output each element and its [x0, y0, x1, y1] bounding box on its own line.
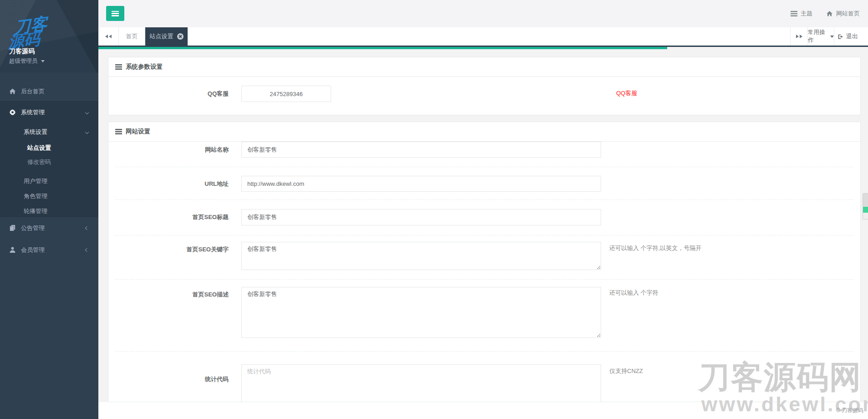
sidebar-role-label: 超级管理员 [9, 57, 38, 65]
seo-keywords-help: 还可以输入 个字符,以英文，号隔开 [609, 244, 701, 252]
main-area: 主题 网站首页 首页 站点设置 常用操作 退出 [98, 0, 868, 419]
panel-title: 网站设置 [126, 128, 150, 136]
tab-label: 首页 [126, 32, 138, 41]
dashed-divider [115, 351, 853, 352]
sidebar-item-label: 修改密码 [27, 158, 51, 166]
seo-title-label: 首页SEO标题 [108, 209, 229, 225]
seo-description-label: 首页SEO描述 [108, 291, 229, 299]
panel-title: 系统参数设置 [126, 63, 163, 71]
qq-service-help-red: QQ客服 [616, 89, 637, 97]
copyright-text: © 刀客源码 [836, 407, 863, 414]
sidebar-item-role-management[interactable]: 角色管理 [0, 189, 98, 204]
sidebar-item-site-settings-active[interactable]: 站点设置 [0, 141, 98, 155]
seo-keywords-textarea[interactable]: 创客新零售 [241, 242, 601, 270]
url-input[interactable] [241, 176, 601, 192]
floating-widget-green [863, 207, 868, 213]
sidebar-item-label: 会员管理 [21, 246, 45, 254]
dashed-divider [115, 199, 853, 200]
sidebar-toggle-button[interactable] [106, 6, 124, 21]
site-name-label: 网站名称 [108, 142, 229, 158]
tab-label: 站点设置 [150, 32, 174, 41]
sidebar-item-user-management[interactable]: 用户管理 [0, 174, 98, 189]
floating-widget[interactable] [863, 193, 868, 220]
chevron-left-icon [85, 248, 89, 252]
qq-service-label: QQ客服 [108, 86, 229, 102]
copy-icon [9, 225, 16, 232]
dashed-divider [115, 279, 853, 280]
common-actions-label: 常用操作 [808, 29, 827, 44]
sidebar-item-label: 系统管理 [21, 108, 45, 117]
stats-code-help: 仅支持CNZZ [609, 367, 643, 375]
sidebar-role-dropdown[interactable]: 超级管理员 [9, 57, 45, 65]
top-header: 主题 网站首页 [98, 0, 868, 27]
tab-home[interactable]: 首页 [119, 27, 145, 46]
panel-system-params: 系统参数设置 QQ客服 QQ客服 [108, 57, 861, 115]
chevron-down-icon [85, 130, 89, 134]
home-icon [826, 10, 833, 17]
home-icon [9, 88, 16, 95]
panel-header: 网站设置 [108, 122, 860, 142]
sidebar-header: 刀客 源码 刀客源码 超级管理员 [0, 0, 98, 73]
sidebar-item-member-management[interactable]: 会员管理 [0, 239, 98, 261]
qq-service-input[interactable] [241, 86, 331, 102]
section-bars-icon [115, 129, 122, 134]
stats-code-textarea[interactable] [241, 364, 601, 402]
floating-widget-bottom [863, 213, 868, 220]
section-bars-icon [115, 64, 122, 70]
sidebar-item-label: 后台首页 [21, 87, 45, 96]
tabs-scroll-right-button[interactable] [790, 27, 807, 46]
sidebar-item-label: 用户管理 [24, 177, 47, 185]
sidebar-item-dashboard[interactable]: 后台首页 [0, 82, 98, 101]
theme-link[interactable]: 主题 [791, 10, 812, 18]
sidebar-item-system-management[interactable]: 系统管理 [0, 102, 98, 123]
tabs-scroll-left-button[interactable] [98, 27, 119, 46]
sidebar-item-change-password[interactable]: 修改密码 [0, 155, 98, 169]
list-bars-icon [791, 11, 797, 16]
theme-label: 主题 [801, 10, 812, 18]
site-home-label: 网站首页 [836, 10, 860, 18]
sidebar-item-carousel-management[interactable]: 轮播管理 [0, 204, 98, 219]
close-tab-icon[interactable] [177, 33, 184, 40]
dashed-divider [115, 167, 853, 167]
sidebar-item-label: 公告管理 [21, 224, 45, 232]
sidebar-item-label: 轮播管理 [24, 207, 47, 215]
sidebar-expanded-section: 系统管理 系统设置 站点设置 修改密码 用户管理 角色管理 轮播管理 [0, 101, 98, 217]
chevron-left-icon [85, 226, 89, 230]
common-actions-dropdown[interactable]: 常用操作 [807, 27, 834, 46]
site-name-input[interactable] [241, 142, 601, 158]
double-left-arrow-icon [105, 35, 112, 38]
caret-down-icon [830, 36, 834, 38]
sidebar-item-notice-management[interactable]: 公告管理 [0, 217, 98, 239]
logout-icon [837, 34, 843, 40]
seo-description-help: 还可以输入 个字符 [609, 289, 659, 297]
logout-label: 退出 [846, 32, 858, 41]
gear-icon [9, 109, 16, 116]
active-indicator-line [98, 47, 667, 49]
dashed-divider [115, 235, 853, 235]
user-icon [9, 246, 16, 254]
sidebar: 刀客 源码 刀客源码 超级管理员 后台首页 系统管理 系统设置 站点设置 修 [0, 0, 98, 419]
panel-header: 系统参数设置 [108, 57, 860, 77]
seo-keywords-label: 首页SEO关键字 [108, 245, 229, 254]
stats-code-label: 统计代码 [108, 375, 229, 383]
header-links: 主题 网站首页 [791, 0, 860, 27]
floating-widget-top [863, 194, 868, 207]
sidebar-item-system-settings[interactable]: 系统设置 [0, 123, 98, 141]
url-label: URL地址 [108, 176, 229, 192]
tab-bar: 首页 站点设置 常用操作 退出 [98, 27, 868, 46]
chevron-down-icon [85, 111, 89, 114]
sidebar-item-label: 系统设置 [24, 128, 47, 136]
content-area: 系统参数设置 QQ客服 QQ客服 网站设置 网站名称 URL地址 首页SEO标题… [98, 49, 868, 402]
caret-down-icon [41, 60, 45, 62]
double-right-arrow-icon [796, 35, 802, 38]
seo-title-input[interactable] [241, 209, 601, 225]
hamburger-icon [112, 11, 119, 16]
logout-button[interactable]: 退出 [834, 27, 861, 46]
sidebar-username: 刀客源码 [9, 47, 35, 56]
seo-description-textarea[interactable]: 创客新零售 [241, 287, 601, 338]
tab-site-settings-active[interactable]: 站点设置 [145, 27, 188, 46]
sidebar-item-label: 站点设置 [27, 144, 51, 152]
site-home-link[interactable]: 网站首页 [826, 10, 860, 18]
sidebar-item-label: 角色管理 [24, 192, 47, 200]
